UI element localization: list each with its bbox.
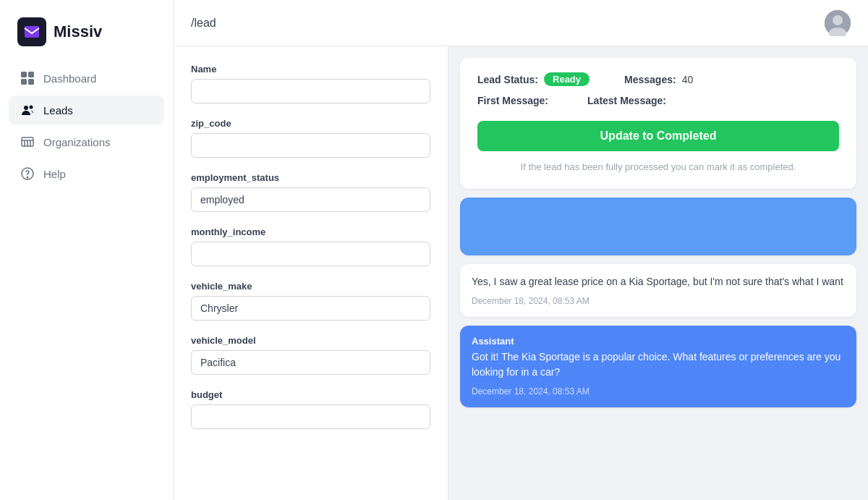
form-panel: Name zip_code employment_status monthly_… <box>174 46 448 500</box>
content-area: Name zip_code employment_status monthly_… <box>174 46 868 500</box>
form-label-budget: budget <box>191 389 430 400</box>
message-dates-row: First Message: Latest Message: <box>477 95 839 106</box>
form-label-name: Name <box>191 64 430 75</box>
form-field-vehicle-model: vehicle_model <box>191 335 430 375</box>
lead-status-row: Lead Status: Ready Messages: 40 <box>477 72 839 86</box>
help-icon <box>20 166 35 181</box>
form-label-vehicle-make: vehicle_make <box>191 281 430 292</box>
form-input-vehicle-make[interactable] <box>191 296 430 321</box>
svg-rect-0 <box>25 26 39 38</box>
leads-icon <box>20 103 35 117</box>
chat-text-3: Got it! The Kia Sportage is a popular ch… <box>472 349 845 380</box>
messages-label: Messages: <box>624 74 676 85</box>
chat-text-2: Yes, I saw a great lease price on a Kia … <box>472 274 845 289</box>
chat-time-2: December 18, 2024, 08:53 AM <box>472 296 590 306</box>
main-area: /lead Name zip_code employment_ <box>174 0 868 500</box>
sidebar: Missiv Dashboard <box>0 0 174 500</box>
sidebar-item-leads-label: Leads <box>43 104 73 116</box>
form-input-employment-status[interactable] <box>191 187 430 212</box>
logo-icon <box>17 17 46 46</box>
chat-message-2: Yes, I saw a great lease price on a Kia … <box>460 264 856 317</box>
form-field-employment-status: employment_status <box>191 172 430 212</box>
messages-count: 40 <box>682 74 694 85</box>
dashboard-icon <box>20 71 35 85</box>
sidebar-item-organizations[interactable]: Organizations <box>9 127 164 156</box>
first-message-item: First Message: <box>477 95 553 106</box>
form-label-monthly-income: monthly_income <box>191 226 430 237</box>
status-badge: Ready <box>544 72 590 86</box>
form-field-vehicle-make: vehicle_make <box>191 281 430 321</box>
lead-status-item: Lead Status: Ready <box>477 72 590 86</box>
lead-status-label: Lead Status: <box>477 74 538 85</box>
sidebar-item-leads[interactable]: Leads <box>9 96 164 124</box>
logo-text: Missiv <box>54 22 102 41</box>
svg-point-13 <box>27 177 28 178</box>
form-label-employment-status: employment_status <box>191 172 430 183</box>
main-nav: Dashboard Leads <box>0 64 173 188</box>
form-field-zip-code: zip_code <box>191 118 430 158</box>
first-message-label: First Message: <box>477 95 548 106</box>
chat-time-3: December 18, 2024, 08:53 AM <box>472 386 590 397</box>
svg-point-6 <box>30 106 33 109</box>
form-field-budget: budget <box>191 389 430 429</box>
svg-rect-1 <box>21 72 27 77</box>
sidebar-item-help-label: Help <box>43 168 66 180</box>
sidebar-item-help[interactable]: Help <box>9 159 164 188</box>
svg-rect-4 <box>28 79 34 85</box>
chat-message-3: Assistant Got it! The Kia Sportage is a … <box>460 326 856 407</box>
logo: Missiv <box>0 12 173 64</box>
svg-rect-3 <box>21 79 27 85</box>
form-field-monthly-income: monthly_income <box>191 226 430 266</box>
sidebar-item-organizations-label: Organizations <box>43 136 111 148</box>
update-hint-text: If the lead has been fully processed you… <box>477 160 839 174</box>
latest-message-label: Latest Message: <box>587 95 666 106</box>
svg-point-5 <box>24 106 28 110</box>
latest-message-item: Latest Message: <box>587 95 671 106</box>
form-label-vehicle-model: vehicle_model <box>191 335 430 346</box>
lead-status-card: Lead Status: Ready Messages: 40 First Me… <box>460 58 856 189</box>
sidebar-item-dashboard[interactable]: Dashboard <box>9 64 164 93</box>
header: /lead <box>174 0 868 46</box>
form-input-monthly-income[interactable] <box>191 242 430 266</box>
update-to-completed-button[interactable]: Update to Completed <box>477 121 839 151</box>
messages-count-item: Messages: 40 <box>624 74 693 85</box>
header-path: /lead <box>191 17 216 30</box>
form-input-zip-code[interactable] <box>191 133 430 158</box>
sidebar-item-dashboard-label: Dashboard <box>43 72 96 85</box>
avatar[interactable] <box>825 10 851 36</box>
chat-sender-3: Assistant <box>472 336 845 347</box>
svg-point-15 <box>833 15 843 25</box>
form-input-budget[interactable] <box>191 404 430 429</box>
form-label-zip-code: zip_code <box>191 118 430 129</box>
svg-rect-2 <box>28 72 34 77</box>
right-panel: Lead Status: Ready Messages: 40 First Me… <box>448 46 868 500</box>
form-input-name[interactable] <box>191 79 430 103</box>
form-field-name: Name <box>191 64 430 103</box>
chat-message-1 <box>460 198 856 255</box>
form-input-vehicle-model[interactable] <box>191 350 430 375</box>
organizations-icon <box>20 135 35 149</box>
